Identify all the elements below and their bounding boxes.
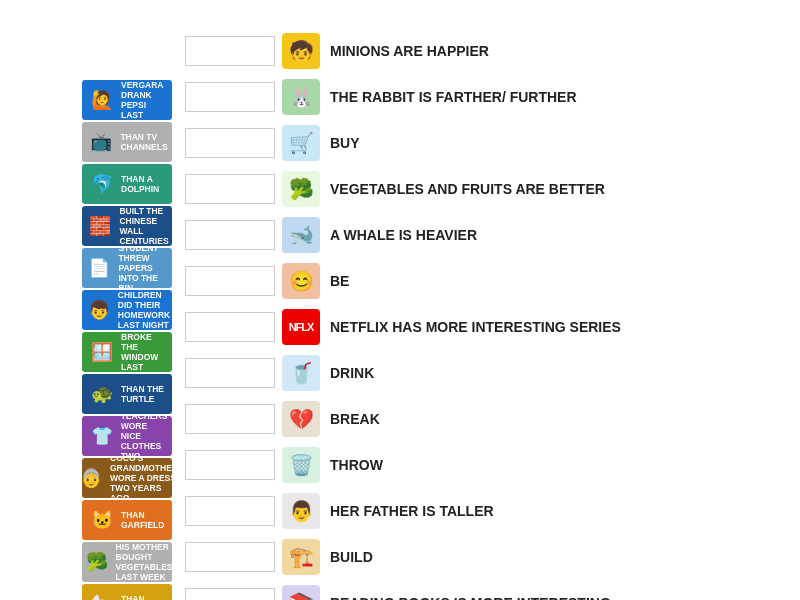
row-text-be: BE (330, 273, 349, 289)
row-text-buy: BUY (330, 135, 360, 151)
row-text-netflix: NETFLIX HAS MORE INTERESTING SERIES (330, 319, 621, 335)
main-container: 🙋SOFIA VERGARA DRANK PEPSI LAST SUMMER📺T… (0, 0, 800, 600)
row-rabbit: 🐰THE RABBIT IS FARTHER/ FURTHER (185, 76, 800, 118)
row-vegetables: 🥦VEGETABLES AND FRUITS ARE BETTER (185, 168, 800, 210)
sidebar-item-garfield[interactable]: 🐱THAN GARFIELD (82, 500, 172, 540)
sidebar-item-dolphin[interactable]: 🐬THAN A DOLPHIN (82, 164, 172, 204)
sidebar-icon-garfield: 🐱 (87, 503, 117, 537)
sidebar-label-tv: THAN TV CHANNELS (116, 132, 167, 152)
row-image-father: 👨 (280, 492, 322, 530)
sidebar-label-students2: STUDENTS BROKE THE WINDOW LAST MONTH (117, 332, 167, 372)
sidebar-icon-students3: 👕 (87, 419, 117, 453)
row-image-be: 😊 (280, 262, 322, 300)
answer-input-break[interactable] (185, 404, 275, 434)
sidebar-item-students[interactable]: 📄THE STUDENT THREW PAPERS INTO THE BIN Y… (82, 248, 172, 288)
sidebar-icon-turtle: 🐢 (87, 377, 117, 411)
row-image-break: 💔 (280, 400, 322, 438)
answer-input-drink[interactable] (185, 358, 275, 388)
row-image-minions: 🧒 (280, 32, 322, 70)
answer-input-build[interactable] (185, 542, 275, 572)
row-icon-minions: 🧒 (282, 33, 320, 69)
row-text-father: HER FATHER IS TALLER (330, 503, 494, 519)
sidebar-label-garfield: THAN GARFIELD (117, 510, 167, 530)
row-image-build: 🏗️ (280, 538, 322, 576)
row-text-whale: A WHALE IS HEAVIER (330, 227, 477, 243)
sidebar-item-sofia[interactable]: 🙋SOFIA VERGARA DRANK PEPSI LAST SUMMER (82, 80, 172, 120)
row-icon-whale: 🐋 (282, 217, 320, 253)
row-text-throw: THROW (330, 457, 383, 473)
row-drink: 🥤DRINK (185, 352, 800, 394)
sidebar-icon-sofia: 🙋 (87, 83, 117, 117)
sidebar-icon-vegetables2: 🥦 (82, 545, 112, 579)
row-build: 🏗️BUILD (185, 536, 800, 578)
sidebar-label-sofia: SOFIA VERGARA DRANK PEPSI LAST SUMMER (117, 80, 167, 120)
row-image-rabbit: 🐰 (280, 78, 322, 116)
row-icon-netflix: NFLX (282, 309, 320, 345)
row-image-netflix: NFLX (280, 308, 322, 346)
row-text-build: BUILD (330, 549, 373, 565)
row-icon-buy: 🛒 (282, 125, 320, 161)
sidebar-item-children[interactable]: 👦CHILDREN DID THEIR HOMEWORK LAST NIGHT (82, 290, 172, 330)
sidebar-icon-students: 📄 (84, 251, 114, 285)
row-netflix: NFLXNETFLIX HAS MORE INTERESTING SERIES (185, 306, 800, 348)
answer-input-whale[interactable] (185, 220, 275, 250)
answer-input-minions[interactable] (185, 36, 275, 66)
row-icon-build: 🏗️ (282, 539, 320, 575)
sidebar-item-students2[interactable]: 🪟STUDENTS BROKE THE WINDOW LAST MONTH (82, 332, 172, 372)
sidebar-label-turtle: THAN THE TURTLE (117, 384, 167, 404)
sidebar-item-tv[interactable]: 📺THAN TV CHANNELS (82, 122, 172, 162)
row-whale: 🐋A WHALE IS HEAVIER (185, 214, 800, 256)
sidebar-icon-tv: 📺 (86, 125, 116, 159)
row-image-drink: 🥤 (280, 354, 322, 392)
row-image-reading: 📚 (280, 584, 322, 600)
row-text-reading: READING BOOKS IS MORE INTERESTING (330, 595, 611, 600)
sidebar-label-grandmother: COCO'S GRANDMOTHER WORE A DRESS TWO YEAR… (106, 458, 172, 498)
sidebar-item-grandmother[interactable]: 👵COCO'S GRANDMOTHER WORE A DRESS TWO YEA… (82, 458, 172, 498)
answer-input-buy[interactable] (185, 128, 275, 158)
row-image-buy: 🛒 (280, 124, 322, 162)
sidebar-icon-students2: 🪟 (87, 335, 117, 369)
row-buy: 🛒BUY (185, 122, 800, 164)
content-area: 🧒MINIONS ARE HAPPIER🐰THE RABBIT IS FARTH… (175, 10, 800, 600)
answer-input-vegetables[interactable] (185, 174, 275, 204)
sidebar-icon-chinese: 🧱 (85, 209, 115, 243)
sidebar-label-candies: THAN CANDIES (117, 594, 167, 600)
row-reading: 📚READING BOOKS IS MORE INTERESTING (185, 582, 800, 600)
sidebar-label-students3: STUDENTS AND TEACHERS WORE NICE CLOTHES … (117, 416, 168, 456)
row-minions: 🧒MINIONS ARE HAPPIER (185, 30, 800, 72)
row-icon-break: 💔 (282, 401, 320, 437)
sidebar-item-students3[interactable]: 👕STUDENTS AND TEACHERS WORE NICE CLOTHES… (82, 416, 172, 456)
answer-input-rabbit[interactable] (185, 82, 275, 112)
answer-input-reading[interactable] (185, 588, 275, 600)
sidebar-label-dolphin: THAN A DOLPHIN (117, 174, 167, 194)
sidebar-label-students: THE STUDENT THREW PAPERS INTO THE BIN YE… (114, 248, 169, 288)
sidebar-item-vegetables2[interactable]: 🥦HIS MOTHER BOUGHT VEGETABLES LAST WEEK (82, 542, 172, 582)
row-icon-be: 😊 (282, 263, 320, 299)
answer-input-father[interactable] (185, 496, 275, 526)
sidebar-item-candies[interactable]: 🍬THAN CANDIES (82, 584, 172, 600)
sidebar: 🙋SOFIA VERGARA DRANK PEPSI LAST SUMMER📺T… (0, 10, 175, 600)
row-text-rabbit: THE RABBIT IS FARTHER/ FURTHER (330, 89, 577, 105)
answer-input-netflix[interactable] (185, 312, 275, 342)
row-text-minions: MINIONS ARE HAPPIER (330, 43, 489, 59)
row-text-break: BREAK (330, 411, 380, 427)
row-icon-throw: 🗑️ (282, 447, 320, 483)
answer-input-throw[interactable] (185, 450, 275, 480)
row-father: 👨HER FATHER IS TALLER (185, 490, 800, 532)
row-text-drink: DRINK (330, 365, 374, 381)
row-text-vegetables: VEGETABLES AND FRUITS ARE BETTER (330, 181, 605, 197)
row-throw: 🗑️THROW (185, 444, 800, 486)
row-icon-rabbit: 🐰 (282, 79, 320, 115)
sidebar-icon-grandmother: 👵 (82, 461, 106, 495)
answer-input-be[interactable] (185, 266, 275, 296)
row-image-whale: 🐋 (280, 216, 322, 254)
row-break: 💔BREAK (185, 398, 800, 440)
sidebar-item-turtle[interactable]: 🐢THAN THE TURTLE (82, 374, 172, 414)
sidebar-label-vegetables2: HIS MOTHER BOUGHT VEGETABLES LAST WEEK (112, 542, 173, 582)
row-icon-drink: 🥤 (282, 355, 320, 391)
row-icon-father: 👨 (282, 493, 320, 529)
sidebar-label-chinese: THEY BUILT THE CHINESE WALL CENTURIES AG… (115, 206, 168, 246)
sidebar-item-chinese[interactable]: 🧱THEY BUILT THE CHINESE WALL CENTURIES A… (82, 206, 172, 246)
row-icon-vegetables: 🥦 (282, 171, 320, 207)
sidebar-icon-dolphin: 🐬 (87, 167, 117, 201)
